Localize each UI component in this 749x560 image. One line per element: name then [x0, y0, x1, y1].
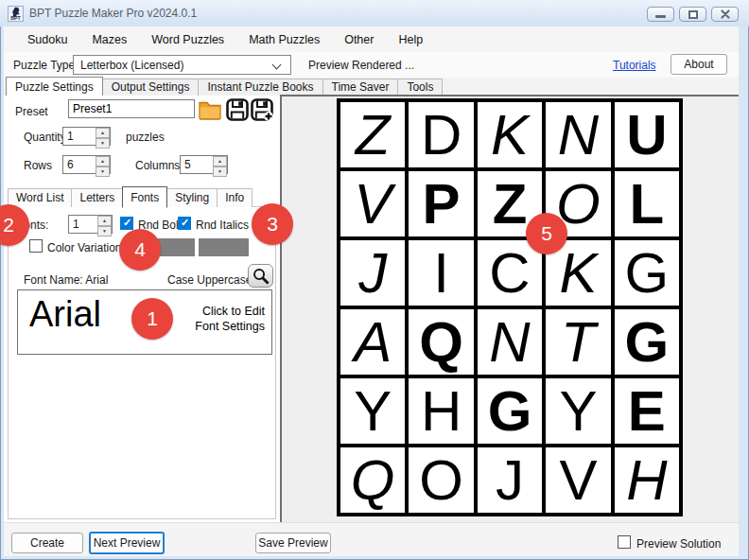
grid-cell: L — [615, 171, 679, 236]
color-variations-checkbox[interactable] — [29, 239, 43, 253]
grid-cell: G — [478, 378, 542, 444]
grid-cell: D — [409, 102, 473, 167]
tab-instant-puzzle-books[interactable]: Instant Puzzle Books — [198, 79, 322, 96]
save-preset-as-button save-as-icon[interactable] — [251, 98, 274, 121]
rows-down-icon[interactable]: ▼ — [96, 166, 110, 177]
title-bar: BPT BPT Puzzle Maker Pro v2024.0.1 — [0, 0, 749, 26]
save-preview-button[interactable]: Save Preview — [255, 533, 331, 553]
app-icon: BPT — [8, 6, 24, 22]
annotation-badge-4: 4 — [119, 229, 161, 271]
svg-text:BPT: BPT — [10, 15, 21, 21]
menu-item-sudoku[interactable]: Sudoku — [15, 33, 79, 46]
preset-label: Preset — [15, 105, 48, 118]
grid-cell: V — [546, 447, 610, 513]
columns-value[interactable]: 5 — [181, 156, 213, 173]
open-preset-button folder-icon[interactable] — [198, 98, 222, 120]
rnd-italics-checkbox[interactable] — [178, 217, 191, 230]
grid-cell: Q — [340, 447, 405, 513]
fonts-count-value[interactable]: 1 — [69, 216, 97, 233]
grid-cell: N — [546, 102, 610, 167]
annotation-badge-1: 1 — [131, 298, 173, 340]
fonts-down-icon[interactable]: ▼ — [97, 226, 112, 236]
tutorials-link[interactable]: Tutorials — [613, 59, 656, 72]
grid-cell: E — [615, 378, 679, 444]
close-button[interactable] — [711, 7, 739, 22]
subtab-letters[interactable]: Letters — [71, 188, 123, 207]
rows-value[interactable]: 6 — [63, 156, 96, 173]
puzzle-type-label: Puzzle Type — [13, 59, 75, 72]
menu-item-word-puzzles[interactable]: Word Puzzles — [139, 33, 236, 46]
minimize-icon — [655, 15, 666, 18]
subtab-styling[interactable]: Styling — [166, 188, 218, 207]
preview-panel: ZDKNUVPZOLJICKGAQNTGYHGYEQOJVH — [280, 95, 739, 522]
window-controls — [647, 7, 739, 22]
chevron-down-icon — [272, 61, 282, 70]
next-preview-button[interactable]: Next Preview — [89, 532, 165, 554]
tab-tools[interactable]: Tools — [397, 79, 443, 96]
annotation-badge-5: 5 — [526, 213, 567, 254]
puzzle-type-dropdown[interactable]: Letterbox (Licensed) — [73, 55, 291, 75]
grid-cell: C — [478, 240, 542, 306]
quantity-up-icon[interactable]: ▲ — [96, 128, 110, 138]
tab-puzzle-settings[interactable]: Puzzle Settings — [6, 77, 103, 96]
subtab-word-list[interactable]: Word List — [8, 188, 72, 207]
columns-up-icon[interactable]: ▲ — [213, 156, 227, 166]
color-variations-label: Color Variations — [47, 241, 127, 254]
columns-stepper[interactable]: 5 ▲▼ — [180, 155, 228, 174]
menu-item-help[interactable]: Help — [386, 33, 435, 46]
quantity-value[interactable]: 1 — [63, 128, 96, 145]
subtab-info[interactable]: Info — [217, 188, 253, 207]
color-swatch-2[interactable] — [199, 238, 249, 256]
preview-solution-checkbox[interactable] — [618, 535, 631, 549]
quantity-label: Quantity — [24, 131, 66, 144]
maximize-button[interactable] — [679, 7, 706, 22]
menu-item-math-puzzles[interactable]: Math Puzzles — [236, 33, 332, 46]
columns-down-icon[interactable]: ▼ — [213, 166, 227, 177]
quantity-stepper[interactable]: 1 ▲▼ — [62, 127, 111, 146]
tab-output-settings[interactable]: Output Settings — [102, 79, 200, 96]
grid-cell: A — [340, 309, 405, 375]
grid-cell: J — [340, 240, 405, 306]
quantity-suffix: puzzles — [126, 131, 165, 144]
rows-stepper[interactable]: 6 ▲▼ — [62, 155, 111, 174]
grid-cell: Y — [340, 378, 405, 444]
menu-bar: Sudoku Mazes Word Puzzles Math Puzzles O… — [4, 26, 739, 52]
grid-cell: Q — [409, 309, 473, 375]
case-label: Case Uppercase — [167, 273, 252, 287]
rnd-bold-checkbox[interactable] — [120, 217, 133, 230]
fonts-up-icon[interactable]: ▲ — [97, 216, 112, 226]
rows-up-icon[interactable]: ▲ — [96, 156, 110, 166]
grid-cell: K — [478, 102, 542, 167]
magnifier-icon — [252, 267, 270, 285]
grid-cell: O — [409, 447, 473, 513]
tab-time-saver[interactable]: Time Saver — [322, 79, 399, 96]
minimize-button[interactable] — [647, 7, 674, 22]
preset-input[interactable] — [68, 99, 195, 118]
app-window: BPT BPT Puzzle Maker Pro v2024.0.1 Sudok… — [0, 0, 749, 560]
font-name-label: Font Name: Arial — [24, 273, 108, 287]
preview-status-text: Preview Rendered ... — [308, 59, 414, 72]
grid-cell: P — [409, 171, 473, 236]
fonts-count-stepper[interactable]: 1 ▲▼ — [68, 215, 113, 234]
subtab-fonts[interactable]: Fonts — [122, 186, 167, 208]
font-search-button[interactable] — [248, 264, 273, 288]
font-preview-text: Arial — [29, 295, 101, 335]
about-button[interactable]: About — [671, 54, 727, 75]
grid-cell: G — [615, 309, 679, 375]
quantity-down-icon[interactable]: ▼ — [96, 138, 110, 149]
maximize-icon — [688, 10, 698, 19]
menu-item-mazes[interactable]: Mazes — [79, 33, 139, 46]
grid-cell: H — [615, 447, 679, 513]
create-button[interactable]: Create — [11, 533, 83, 553]
grid-cell: V — [340, 171, 405, 236]
grid-cell: I — [409, 240, 473, 306]
rnd-italics-label: Rnd Italics — [196, 219, 249, 232]
grid-cell: Y — [546, 378, 610, 444]
menu-item-other[interactable]: Other — [332, 33, 386, 46]
save-preset-button save-icon[interactable] — [226, 98, 249, 121]
grid-cell: H — [409, 378, 473, 444]
toolbar: Puzzle Type Letterbox (Licensed) Preview… — [4, 52, 739, 78]
grid-cell: J — [478, 447, 542, 513]
columns-label: Columns — [135, 159, 180, 172]
puzzle-type-value: Letterbox (Licensed) — [80, 59, 183, 72]
